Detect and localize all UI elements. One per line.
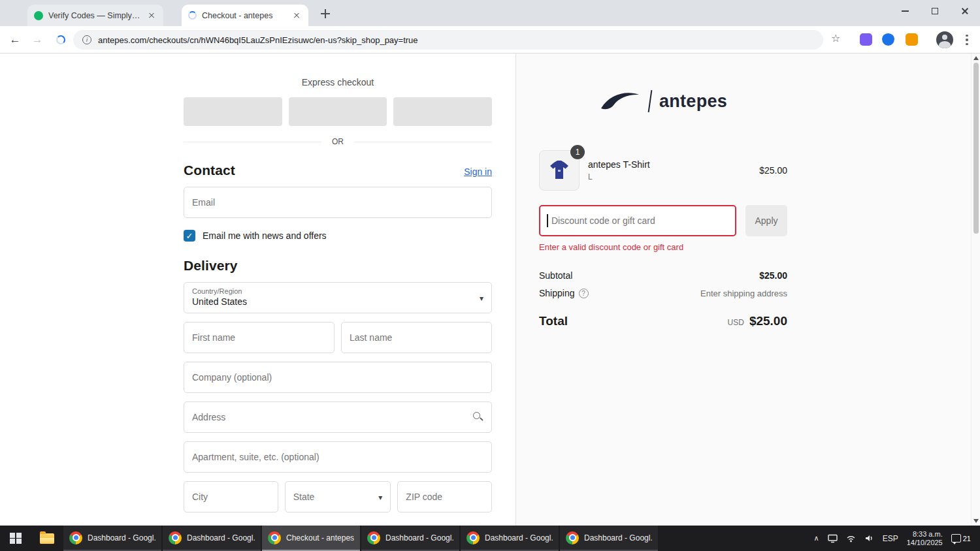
taskbar-app-dashboard-5[interactable]: Dashboard - Googl... <box>560 526 658 551</box>
product-name: antepes T-Shirt <box>588 159 650 170</box>
scroll-up-arrow-icon[interactable] <box>973 56 979 60</box>
page-scrollbar[interactable] <box>971 54 980 526</box>
state-label: State <box>293 492 315 502</box>
city-field[interactable] <box>184 481 278 512</box>
subtotal-label: Subtotal <box>539 270 572 281</box>
discount-error-message: Enter a valid discount code or gift card <box>539 242 787 252</box>
text-caret <box>547 214 548 227</box>
product-price: $25.00 <box>759 165 787 176</box>
chrome-icon <box>268 531 281 544</box>
back-button-icon[interactable] <box>7 31 24 48</box>
extension-icon-1[interactable] <box>860 33 872 46</box>
extension-icon-2[interactable] <box>882 33 894 46</box>
windows-taskbar: Dashboard - Googl... Dashboard - Googl..… <box>0 526 980 551</box>
folder-icon <box>40 533 54 544</box>
discount-code-input[interactable] <box>539 205 736 236</box>
or-label: OR <box>332 137 344 146</box>
file-explorer-button[interactable] <box>31 526 63 551</box>
browser-tabstrip: Verify Codes — SimplyCodes Checkout - an… <box>0 0 980 26</box>
express-checkout-buttons <box>184 97 492 126</box>
checkout-form-pane: Express checkout OR Contact Sign in <box>0 54 516 526</box>
notification-bubble-icon <box>951 534 961 543</box>
quantity-badge: 1 <box>570 145 585 159</box>
window-close-button[interactable] <box>950 0 980 22</box>
country-select[interactable]: Country/Region United States <box>184 282 492 313</box>
sign-in-link[interactable]: Sign in <box>464 166 492 177</box>
tray-display-icon[interactable] <box>828 533 838 543</box>
scrollbar-thumb[interactable] <box>973 63 979 234</box>
tray-expand-icon[interactable] <box>814 534 819 543</box>
subtotal-value: $25.00 <box>759 270 787 281</box>
clock-time: 8:33 a.m. <box>907 530 943 539</box>
express-pay-button-placeholder[interactable] <box>393 97 492 126</box>
window-maximize-button[interactable] <box>920 0 950 22</box>
newsletter-label: Email me with news and offers <box>203 230 327 241</box>
extension-icon-3[interactable] <box>906 33 918 46</box>
bookmark-star-icon[interactable] <box>831 33 840 44</box>
shipping-help-icon[interactable] <box>579 289 589 298</box>
browser-toolbar: antepes.com/checkouts/cn/hWN46bqI5LauZsP… <box>0 26 980 54</box>
cost-summary: Subtotal $25.00 Shipping Enter shipping … <box>539 270 787 328</box>
address-field[interactable] <box>184 401 492 433</box>
company-field[interactable] <box>184 362 492 393</box>
country-label: Country/Region <box>192 287 472 295</box>
taskbar-app-dashboard-2[interactable]: Dashboard - Googl... <box>163 526 261 551</box>
express-pay-button-placeholder[interactable] <box>289 97 387 126</box>
tray-volume-icon[interactable] <box>864 533 874 543</box>
chrome-icon <box>566 531 579 544</box>
email-field[interactable] <box>184 187 492 218</box>
checkout-page: Express checkout OR Contact Sign in <box>0 54 980 526</box>
product-thumbnail: 1 <box>539 150 580 191</box>
cart-line-item: 1 antepes T-Shirt L $25.00 <box>539 150 787 191</box>
action-center-button[interactable]: 21 <box>951 534 973 543</box>
taskbar-app-dashboard-1[interactable]: Dashboard - Googl... <box>63 526 161 551</box>
chrome-icon <box>466 531 480 544</box>
delivery-heading: Delivery <box>184 258 238 274</box>
tab-simplycodes[interactable]: Verify Codes — SimplyCodes <box>27 5 163 26</box>
page-loading-spinner-icon[interactable] <box>52 31 69 48</box>
tray-network-icon[interactable] <box>846 533 856 543</box>
apartment-field[interactable] <box>184 441 492 473</box>
forward-button-icon[interactable] <box>29 31 46 48</box>
system-tray: ESP 8:33 a.m. 14/10/2025 21 <box>814 526 980 551</box>
language-indicator[interactable]: ESP <box>883 534 898 543</box>
new-tab-button[interactable] <box>318 6 333 22</box>
taskbar-app-label: Dashboard - Googl... <box>385 533 453 543</box>
chevron-down-icon <box>378 493 382 502</box>
tab-title: Verify Codes — SimplyCodes <box>48 11 141 20</box>
scroll-down-arrow-icon[interactable] <box>973 519 979 523</box>
newsletter-checkbox[interactable] <box>184 230 195 242</box>
taskbar-app-checkout[interactable]: Checkout - antepes... <box>262 526 360 551</box>
total-value: $25.00 <box>749 314 787 328</box>
taskbar-app-dashboard-4[interactable]: Dashboard - Googl... <box>461 526 559 551</box>
express-pay-button-placeholder[interactable] <box>184 97 282 126</box>
screen: Verify Codes — SimplyCodes Checkout - an… <box>0 0 980 551</box>
chrome-icon <box>69 531 82 544</box>
window-minimize-button[interactable] <box>890 0 920 22</box>
brand-name: antepes <box>659 91 727 112</box>
start-button[interactable] <box>0 526 31 551</box>
tab-close-icon[interactable] <box>146 10 157 21</box>
country-value: United States <box>192 296 472 307</box>
last-name-field[interactable] <box>341 322 492 353</box>
site-info-icon[interactable] <box>82 35 91 44</box>
zip-field[interactable] <box>397 481 492 512</box>
profile-avatar[interactable] <box>936 31 953 48</box>
tab-checkout[interactable]: Checkout - antepes <box>182 5 308 26</box>
first-name-field[interactable] <box>184 322 335 353</box>
window-controls <box>890 0 980 22</box>
tab-title: Checkout - antepes <box>202 11 286 20</box>
taskbar-app-dashboard-3[interactable]: Dashboard - Googl... <box>361 526 459 551</box>
tshirt-image-icon <box>547 158 572 183</box>
logo-swoosh-icon <box>599 89 641 114</box>
shipping-value: Enter shipping address <box>700 289 787 298</box>
browser-menu-icon[interactable] <box>966 32 968 48</box>
windows-logo-icon <box>10 533 22 544</box>
order-summary-pane: antepes 1 antepes T-Shirt L $25.00 <box>517 54 971 526</box>
address-bar[interactable]: antepes.com/checkouts/cn/hWN46bqI5LauZsP… <box>73 30 823 50</box>
apply-discount-button[interactable]: Apply <box>745 205 787 236</box>
simplycodes-favicon-icon <box>34 11 43 20</box>
taskbar-clock[interactable]: 8:33 a.m. 14/10/2025 <box>907 530 943 547</box>
state-select[interactable]: State <box>285 481 391 512</box>
tab-close-icon[interactable] <box>291 10 302 21</box>
